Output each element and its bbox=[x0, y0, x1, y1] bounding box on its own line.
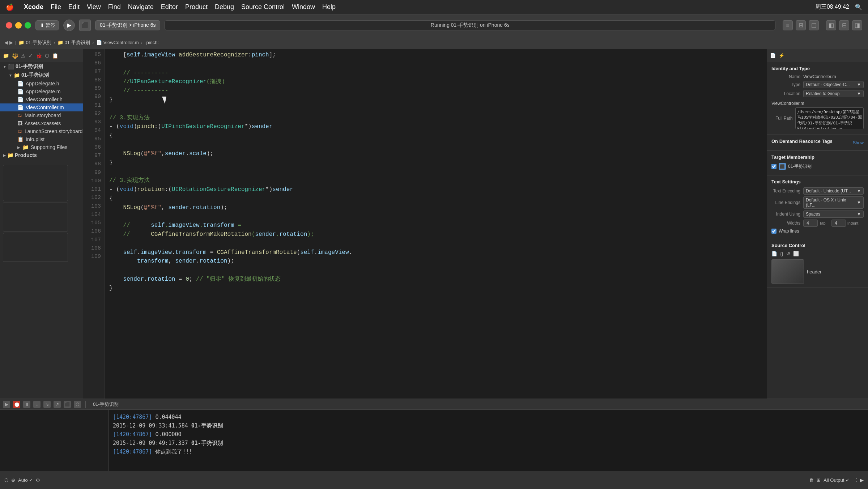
sc-header-label: header bbox=[807, 269, 821, 275]
menu-window[interactable]: Window bbox=[292, 3, 315, 11]
sc-icon-3[interactable]: ↺ bbox=[786, 251, 790, 256]
menu-help[interactable]: Help bbox=[322, 3, 336, 11]
tab-width-input[interactable] bbox=[803, 220, 818, 227]
nav-group-main[interactable]: ▼ 📁 01-手势识别 bbox=[0, 71, 83, 80]
stop-button[interactable]: ⬛ bbox=[79, 20, 91, 31]
status-expand[interactable]: ⛶ bbox=[852, 477, 857, 483]
menu-editor[interactable]: Editor bbox=[161, 3, 178, 11]
file-icon-launch: 🗂 bbox=[17, 128, 22, 134]
line-endings-dropdown[interactable]: Default - OS X / Unix (LF... ▼ bbox=[803, 196, 864, 209]
nav-item-appdelegate-h[interactable]: 📄 AppDelegate.h bbox=[0, 80, 83, 88]
nav-icon-folder[interactable]: 📁 bbox=[3, 53, 9, 59]
code-content[interactable]: [self.imageView addGestureRecognizer:pin… bbox=[105, 49, 767, 438]
breadcrumb-file[interactable]: ViewController.m bbox=[103, 40, 139, 45]
filename-label: ViewController.m bbox=[771, 101, 804, 106]
menu-find[interactable]: Find bbox=[108, 3, 121, 11]
wrap-lines-checkbox[interactable] bbox=[771, 229, 776, 234]
nav-label-launch-storyboard: LaunchScreen.storyboard bbox=[25, 128, 82, 134]
nav-item-supporting[interactable]: ▶ 📁 Supporting Files bbox=[0, 143, 83, 151]
status-icon-3[interactable]: ⚙ bbox=[36, 477, 40, 483]
editor-standard-button[interactable]: ≡ bbox=[783, 20, 793, 30]
nav-icon-source[interactable]: 🔱 bbox=[12, 53, 18, 59]
debug-step-out[interactable]: ↗ bbox=[54, 401, 61, 408]
target-checkbox[interactable] bbox=[771, 164, 776, 169]
debug-play-btn[interactable]: ▶ bbox=[3, 401, 10, 408]
nav-icon-report[interactable]: 📋 bbox=[52, 53, 58, 59]
encoding-arrow: ▼ bbox=[857, 188, 861, 194]
menu-xcode[interactable]: Xcode bbox=[24, 3, 43, 11]
nav-group-products[interactable]: ▶ 📁 Products bbox=[0, 151, 83, 159]
menu-file[interactable]: File bbox=[51, 3, 61, 11]
close-button[interactable] bbox=[6, 22, 12, 29]
nav-back[interactable]: ◀ bbox=[4, 40, 8, 45]
nav-icon-issue[interactable]: ⚠ bbox=[21, 53, 26, 59]
minimize-button[interactable] bbox=[15, 22, 22, 29]
maximize-button[interactable] bbox=[25, 22, 31, 29]
menu-debug[interactable]: Debug bbox=[215, 3, 234, 11]
inspector-panel: 📄 ⚡ Identity and Type Name ViewControlle… bbox=[767, 49, 868, 438]
status-icon-2[interactable]: ⊕ bbox=[11, 477, 15, 483]
status-auto[interactable]: Auto ✓ bbox=[18, 477, 33, 483]
folder-icon-products: 📁 bbox=[7, 152, 13, 158]
nav-item-launch-storyboard[interactable]: 🗂 LaunchScreen.storyboard bbox=[0, 127, 83, 135]
nav-item-main-storyboard[interactable]: 🗂 Main.storyboard bbox=[0, 111, 83, 119]
status-output[interactable]: All Output ✓ bbox=[824, 477, 850, 483]
sc-icon-1[interactable]: 📄 bbox=[771, 251, 777, 256]
debug-pause-btn[interactable]: ⏸ bbox=[23, 401, 30, 408]
scheme-selector[interactable]: 01-手势识别 > iPhone 6s bbox=[95, 20, 160, 30]
inspector-icon-quick[interactable]: ⚡ bbox=[779, 53, 784, 58]
breadcrumb-group[interactable]: 01-手势识别 bbox=[65, 39, 90, 46]
encoding-dropdown[interactable]: Default - Unicode (UT... ▼ bbox=[803, 187, 864, 195]
status-icon-1[interactable]: ⬡ bbox=[4, 477, 8, 483]
project-icon: ⬛ bbox=[8, 64, 14, 69]
inspector-toggle[interactable]: ◨ bbox=[852, 20, 862, 30]
menu-navigate[interactable]: Navigate bbox=[128, 3, 154, 11]
navigator-toggle[interactable]: ◧ bbox=[826, 20, 836, 30]
nav-icon-test[interactable]: ✓ bbox=[29, 53, 33, 59]
pause-button[interactable]: ⏸ 暂停 bbox=[35, 20, 59, 30]
indent-width-input[interactable] bbox=[831, 220, 846, 227]
nav-icon-debug[interactable]: 🐞 bbox=[36, 53, 42, 59]
location-dropdown[interactable]: Relative to Group ▼ bbox=[803, 90, 864, 97]
sc-icon-4[interactable]: ⬜ bbox=[793, 251, 799, 256]
menu-view[interactable]: View bbox=[87, 3, 101, 11]
type-dropdown[interactable]: Default - Objective-C... ▼ bbox=[803, 81, 864, 88]
code-editor[interactable]: 85 86 87 88 89 90 91 92 93 94 95 96 97 9… bbox=[83, 49, 767, 438]
menu-product[interactable]: Product bbox=[185, 3, 208, 11]
debug-toggle[interactable]: ⊟ bbox=[839, 20, 849, 30]
nav-item-viewcontroller-h[interactable]: 📄 ViewController.h bbox=[0, 95, 83, 103]
menu-search[interactable]: 🔍 bbox=[855, 4, 862, 10]
nav-item-infoplist[interactable]: 📋 Info.plist bbox=[0, 135, 83, 143]
debug-thread[interactable]: ⬡ bbox=[74, 401, 81, 408]
code-line-98 bbox=[109, 167, 762, 176]
show-button[interactable]: Show bbox=[853, 140, 864, 145]
run-button[interactable]: ▶ bbox=[63, 20, 75, 31]
debug-frame[interactable]: ⬛ bbox=[64, 401, 71, 408]
menu-edit[interactable]: Edit bbox=[68, 3, 80, 11]
file-icon-h: 📄 bbox=[17, 81, 24, 86]
editor-assistant-button[interactable]: ⊞ bbox=[796, 20, 806, 30]
debug-step-over[interactable]: ↓ bbox=[33, 401, 41, 408]
nav-item-assets[interactable]: 🖼 Assets.xcassets bbox=[0, 119, 83, 127]
sc-thumbnail bbox=[771, 259, 804, 284]
thumbnail-area bbox=[0, 165, 83, 262]
breadcrumb-method[interactable]: -pinch: bbox=[145, 40, 159, 45]
status-icon-4[interactable]: ▶ bbox=[860, 477, 864, 483]
breadcrumb-project[interactable]: 01-手势识别 bbox=[26, 39, 51, 46]
sc-icon-2[interactable]: {} bbox=[780, 251, 783, 256]
nav-project-header[interactable]: ▼ ⬛ 01-手势识别 bbox=[0, 62, 83, 71]
menu-source-control[interactable]: Source Control bbox=[241, 3, 285, 11]
version-editor-button[interactable]: ◫ bbox=[809, 20, 819, 30]
nav-item-appdelegate-m[interactable]: 📄 AppDelegate.m bbox=[0, 88, 83, 95]
debug-step-in[interactable]: ↘ bbox=[43, 401, 51, 408]
nav-item-viewcontroller-m[interactable]: 📄 ViewController.m bbox=[0, 103, 83, 111]
debug-left bbox=[0, 410, 109, 471]
status-split[interactable]: ⊞ bbox=[817, 477, 821, 483]
nav-icon-breakpoint[interactable]: ⬡ bbox=[45, 53, 49, 59]
inspector-icon-file[interactable]: 📄 bbox=[770, 53, 776, 58]
nav-forward[interactable]: ▶ bbox=[9, 40, 13, 45]
apple-menu[interactable]: 🍎 bbox=[6, 3, 14, 11]
status-trash[interactable]: 🗑 bbox=[809, 477, 814, 483]
indent-using-dropdown[interactable]: Spaces ▼ bbox=[803, 211, 864, 218]
debug-stop-btn[interactable]: ⬤ bbox=[13, 401, 20, 408]
